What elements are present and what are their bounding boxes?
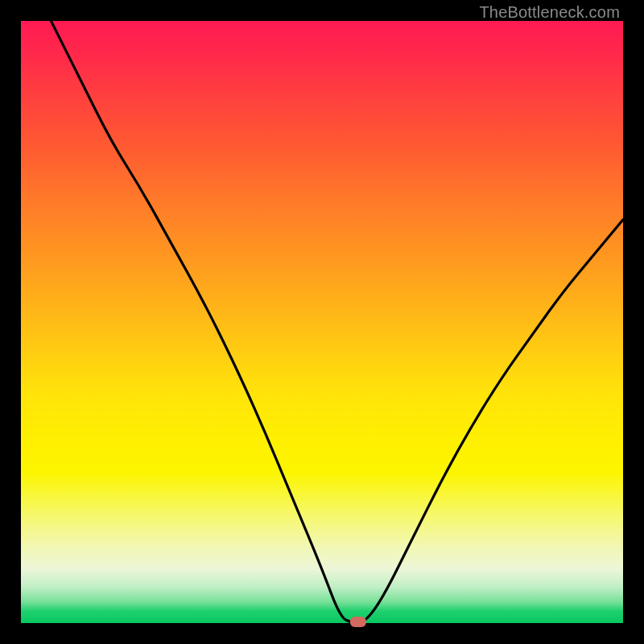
bottleneck-curve-svg	[21, 21, 623, 623]
bottleneck-curve	[51, 21, 623, 623]
optimal-marker	[350, 617, 366, 627]
chart-plot-area	[21, 21, 623, 623]
chart-frame: TheBottleneck.com	[0, 0, 644, 644]
watermark-text: TheBottleneck.com	[479, 3, 620, 22]
